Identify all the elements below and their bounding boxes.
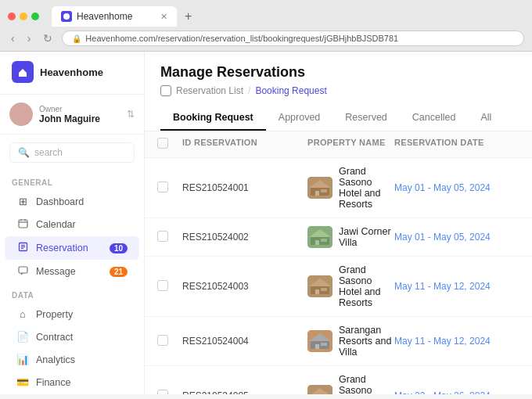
tabs: Booking Request Approved Reserved Cancel… [160,106,516,131]
svg-rect-3 [19,220,27,228]
property-cell: Grand Sasono Hotel and Resorts [307,166,394,210]
sidebar-item-finance[interactable]: 💳 Finance [5,371,139,394]
reload-button[interactable]: ↻ [40,31,56,46]
user-section: Owner John Maguire ⇅ [0,95,144,135]
property-name: Grand Sasono Hotel and Resorts [339,264,394,308]
tab-reserved[interactable]: Reserved [332,106,400,131]
new-tab-button[interactable]: + [182,9,195,23]
property-cell: Jawi Corner Villa [307,226,394,248]
minimize-dot[interactable] [20,13,27,20]
breadcrumb-item-1[interactable]: Reservation List [176,85,243,96]
sidebar-item-label: Dashboard [36,196,84,207]
tab-close-icon[interactable]: ✕ [160,12,167,22]
browser-tab[interactable]: Heavenhome ✕ [52,6,177,27]
sidebar-item-property[interactable]: ⌂ Property [5,303,139,325]
user-role: Owner [39,105,120,113]
property-thumbnail [307,385,332,394]
row-checkbox[interactable] [157,231,182,244]
header-checkbox [157,138,182,151]
property-thumbnail [307,177,332,199]
col-id: ID RESERVATION [182,138,307,151]
date-range: May 01 - May 05, 2024 [394,182,519,193]
row-checkbox[interactable] [157,335,182,348]
window-controls [8,13,39,20]
nav-section-general: GENERAL [0,171,144,190]
main-content: Manage Reservations Reservation List / B… [145,52,532,394]
sidebar-item-analytics[interactable]: 📊 Analytics [5,348,139,371]
user-menu-toggle[interactable]: ⇅ [127,109,135,120]
table-row[interactable]: RES210524003 Grand Sasono Hotel and Reso… [145,257,532,317]
svg-point-0 [63,13,70,20]
svg-point-2 [13,117,29,126]
message-badge: 21 [110,267,128,277]
favicon-icon [61,11,72,22]
sidebar-item-calendar[interactable]: Calendar [5,213,139,236]
sidebar-item-review[interactable]: ☆ Review [5,394,139,394]
tab-all[interactable]: All [468,106,504,131]
property-name: Jawi Corner Villa [339,226,394,248]
svg-rect-21 [321,239,327,242]
reservations-table: ID RESERVATION PROPERTY NAME RESERVATION… [145,131,532,394]
sidebar-item-label: Calendar [36,219,76,230]
property-thumbnail [307,275,332,297]
user-info: Owner John Maguire [39,105,120,124]
col-date: RESERVATION DATE [394,138,519,151]
address-bar: ‹ › ↻ 🔒 Heavenhome.com/reservation/reser… [0,27,532,51]
svg-rect-20 [315,240,319,245]
sidebar-item-label: Analytics [36,354,75,365]
url-bar[interactable]: 🔒 Heavenhome.com/reservation/reservation… [62,31,524,46]
sidebar-item-label: Reservation [36,243,88,253]
back-button[interactable]: ‹ [8,31,18,46]
sidebar: Heavenhome Owner John Maguire ⇅ 🔍 search… [0,52,145,394]
table-body: RES210524001 Grand Sasono Hotel and Reso… [145,158,532,394]
sidebar-item-label: Message [36,266,76,277]
sidebar-item-dashboard[interactable]: ⊞ Dashboard [5,190,139,213]
tab-cancelled[interactable]: Cancelled [400,106,469,131]
dashboard-icon: ⊞ [16,196,29,207]
sidebar-item-label: Property [36,309,73,320]
close-dot[interactable] [8,13,16,20]
date-range: May 11 - May 12, 2024 [394,281,519,292]
table-row[interactable]: RES210524004 Sarangan Resorts and Villa … [145,317,532,366]
breadcrumb-item-2: Booking Request [255,85,326,96]
reservation-id: RES210524005 [182,390,307,394]
finance-icon: 💳 [16,376,29,388]
tab-booking-request[interactable]: Booking Request [160,106,266,131]
sidebar-item-label: Contract [36,332,73,343]
reservation-id: RES210524004 [182,336,307,347]
user-name: John Maguire [39,113,120,124]
svg-rect-16 [321,189,327,192]
property-cell: Grand Sasono Hotel and Resorts [307,374,394,394]
row-checkbox[interactable] [157,182,182,195]
property-name: Grand Sasono Hotel and Resorts [339,374,394,394]
reservation-id: RES210524001 [182,182,307,193]
tab-approved[interactable]: Approved [266,106,333,131]
breadcrumb-separator: / [248,85,250,96]
sidebar-item-message[interactable]: Message 21 [5,260,139,283]
breadcrumb: Reservation List / Booking Request [160,85,516,96]
browser-chrome: Heavenhome ✕ + ‹ › ↻ 🔒 Heavenhome.com/re… [0,0,532,52]
date-range: May 11 - May 12, 2024 [394,336,519,347]
svg-rect-15 [315,191,319,196]
main-header: Manage Reservations Reservation List / B… [145,52,532,131]
table-row[interactable]: RES210524005 Grand Sasono Hotel and Reso… [145,366,532,394]
property-name: Grand Sasono Hotel and Resorts [339,166,394,210]
page-title: Manage Reservations [160,64,516,81]
table-header: ID RESERVATION PROPERTY NAME RESERVATION… [145,131,532,158]
svg-rect-30 [315,344,319,349]
property-cell: Sarangan Resorts and Villa [307,325,394,358]
table-row[interactable]: RES210524002 Jawi Corner Villa May 01 - … [145,218,532,257]
sidebar-item-reservation[interactable]: Reservation 10 [5,236,139,260]
property-name: Sarangan Resorts and Villa [339,325,394,358]
avatar [9,102,33,126]
row-checkbox[interactable] [157,280,182,293]
forward-button[interactable]: › [24,31,34,46]
row-checkbox[interactable] [157,390,182,395]
maximize-dot[interactable] [31,13,39,20]
message-icon [16,265,29,278]
sidebar-item-contract[interactable]: 📄 Contract [5,325,139,348]
brand-name: Heavenhome [40,66,103,78]
search-box[interactable]: 🔍 search [9,142,135,163]
svg-point-1 [16,107,26,117]
table-row[interactable]: RES210524001 Grand Sasono Hotel and Reso… [145,158,532,218]
